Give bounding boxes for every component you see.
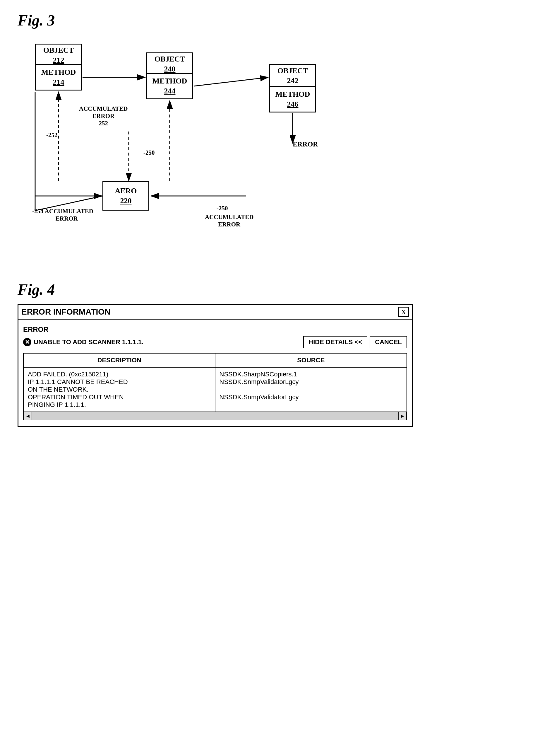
hide-details-button[interactable]: HIDE DETAILS << <box>303 336 367 348</box>
ref-250-mid-label: -250 <box>143 149 155 156</box>
ref-252-label: -252 <box>46 131 58 139</box>
close-button[interactable]: X <box>398 307 409 317</box>
scroll-left-arrow[interactable]: ◀ <box>24 412 32 420</box>
fig3-section: Fig. 3 <box>18 12 541 257</box>
error-message: UNABLE TO ADD SCANNER 1.1.1.1. <box>33 338 143 346</box>
fig3-diagram: OBJECT 212 METHOD 214 OBJECT 240 METHOD … <box>18 35 427 257</box>
accum-error-250-label: ACCUMULATEDERROR <box>205 214 253 228</box>
table-row: ADD FAILED. (0xc2150211) IP 1.1.1.1 CANN… <box>23 367 407 412</box>
method-246-box: METHOD 246 <box>269 86 316 112</box>
dialog-title: ERROR INFORMATION <box>21 307 110 317</box>
object-240-box: OBJECT 240 <box>146 52 193 76</box>
error-dialog: ERROR INFORMATION X ERROR ✕ UNABLE TO AD… <box>18 304 413 427</box>
method-244-box: METHOD 244 <box>146 73 193 99</box>
object-242-box: OBJECT 242 <box>269 64 316 88</box>
fig4-label: Fig. 4 <box>18 281 541 298</box>
description-cell: ADD FAILED. (0xc2150211) IP 1.1.1.1 CANN… <box>23 367 215 412</box>
source-cell: NSSDK.SharpNSCopiers.1 NSSDK.SnmpValidat… <box>215 367 407 412</box>
dialog-body: ERROR ✕ UNABLE TO ADD SCANNER 1.1.1.1. H… <box>18 320 412 426</box>
error-message-row: ✕ UNABLE TO ADD SCANNER 1.1.1.1. <box>23 338 143 346</box>
method-214-box: METHOD 214 <box>35 64 82 90</box>
error-header: ERROR <box>23 325 407 333</box>
error-section: ERROR ✕ UNABLE TO ADD SCANNER 1.1.1.1. H… <box>23 325 407 348</box>
error-row: ✕ UNABLE TO ADD SCANNER 1.1.1.1. HIDE DE… <box>23 336 407 348</box>
accum-error-254-label: -254 ACCUMULATED ERROR <box>32 208 93 222</box>
accum-error-252-label: ACCUMULATEDERROR252 <box>79 105 128 127</box>
aero-220-box: AERO 220 <box>103 181 149 211</box>
cancel-button[interactable]: CANCEL <box>370 336 407 348</box>
fig4-section: Fig. 4 ERROR INFORMATION X ERROR ✕ UNABL… <box>18 281 541 427</box>
ref-250-bot-label: -250 <box>217 205 228 212</box>
col-source-header: SOURCE <box>215 353 407 367</box>
fig3-label: Fig. 3 <box>18 12 541 29</box>
details-table: DESCRIPTION SOURCE ADD FAILED. (0xc21502… <box>23 353 407 412</box>
svg-line-3 <box>194 77 268 86</box>
object-212-box: OBJECT 212 <box>35 44 82 67</box>
scroll-right-arrow[interactable]: ▶ <box>398 412 406 420</box>
col-description-header: DESCRIPTION <box>23 353 215 367</box>
scroll-track[interactable] <box>32 412 398 420</box>
error-icon: ✕ <box>23 338 31 346</box>
button-group: HIDE DETAILS << CANCEL <box>303 336 407 348</box>
error-label: ERROR <box>293 140 318 148</box>
horizontal-scrollbar[interactable]: ◀ ▶ <box>23 412 407 420</box>
dialog-titlebar: ERROR INFORMATION X <box>18 305 412 320</box>
